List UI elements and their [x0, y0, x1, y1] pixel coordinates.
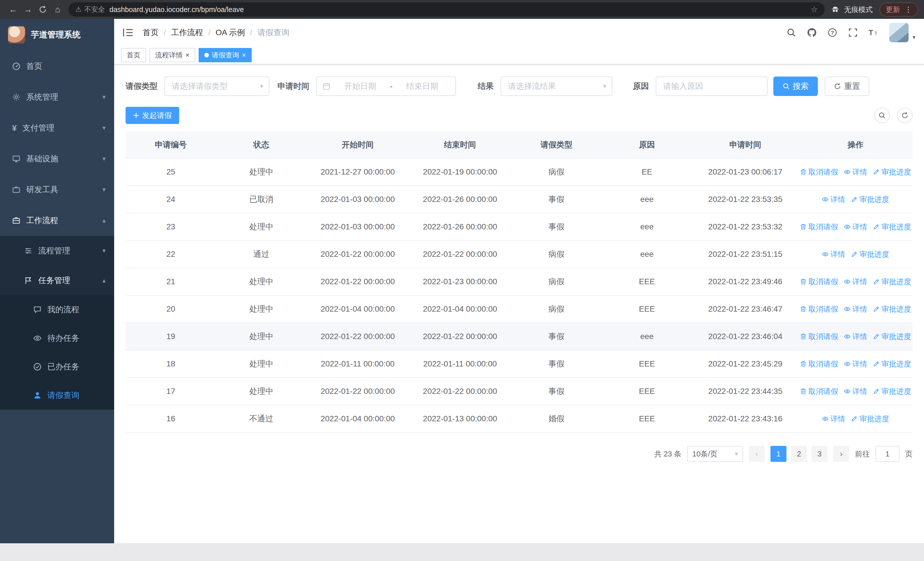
detail-link[interactable]: 详情 — [822, 194, 845, 205]
sidebar-toggle-icon[interactable] — [123, 27, 134, 38]
cell-reason: eee — [602, 186, 692, 213]
detail-link[interactable]: 详情 — [844, 387, 867, 397]
detail-link[interactable]: 详情 — [822, 250, 845, 259]
github-icon[interactable] — [807, 28, 817, 38]
sidebar-item-leave-query[interactable]: 请假查询 — [0, 381, 114, 410]
toggle-search-icon[interactable] — [874, 108, 890, 123]
tab-process-detail[interactable]: 流程详情× — [150, 48, 195, 62]
cancel-leave-link[interactable]: 取消请假 — [800, 222, 838, 232]
table-row: 16不通过2022-01-04 00:00:002022-01-13 00:00… — [126, 405, 913, 432]
cell-apply-time: 2022-01-22 23:51:15 — [692, 241, 798, 268]
page-button-1[interactable]: 1 — [771, 446, 786, 462]
refresh-table-icon[interactable] — [897, 108, 913, 123]
cancel-leave-link[interactable]: 取消请假 — [800, 304, 838, 314]
progress-link[interactable]: 审批进度 — [851, 194, 889, 205]
breadcrumb-item[interactable]: 工作流程 — [171, 27, 203, 38]
avatar-caret-icon[interactable]: ▾ — [913, 34, 915, 41]
column-header: 状态 — [216, 131, 306, 158]
browser-home-icon[interactable]: ⌂ — [50, 2, 65, 17]
detail-link[interactable]: 详情 — [844, 359, 867, 369]
trash-icon — [800, 223, 807, 230]
breadcrumb-item[interactable]: 首页 — [142, 27, 159, 38]
progress-link[interactable]: 审批进度 — [851, 414, 889, 424]
bookmark-star-icon[interactable]: ☆ — [811, 5, 818, 14]
apply-time-range-picker[interactable]: 开始日期 - 结束日期 — [316, 77, 456, 96]
cancel-leave-link[interactable]: 取消请假 — [800, 332, 838, 341]
update-button[interactable]: 更新 ⋮ — [879, 3, 918, 17]
forward-icon[interactable]: → — [21, 2, 35, 17]
next-page-button[interactable]: › — [833, 446, 849, 462]
sidebar-item-done-tasks[interactable]: 已办任务 — [0, 352, 114, 381]
cell-leave-type: 事假 — [511, 213, 602, 241]
cell-actions: 详情审批进度 — [798, 405, 913, 432]
page-size-select[interactable]: 10条/页 ▾ — [687, 446, 743, 462]
detail-link[interactable]: 详情 — [844, 332, 867, 341]
cancel-leave-link[interactable]: 取消请假 — [800, 167, 838, 177]
cancel-leave-link[interactable]: 取消请假 — [800, 387, 838, 397]
progress-link[interactable]: 审批进度 — [873, 359, 911, 369]
sidebar-item-workflow[interactable]: 工作流程▴ — [0, 205, 114, 236]
sidebar-item-task-mgmt[interactable]: 任务管理▴ — [0, 266, 114, 295]
page-button-3[interactable]: 3 — [812, 446, 828, 462]
detail-label: 详情 — [852, 167, 867, 177]
breadcrumb-item[interactable]: OA 示例 — [216, 27, 245, 38]
app-logo[interactable]: 芋道管理系统 — [0, 19, 114, 51]
user-avatar[interactable] — [889, 23, 909, 42]
sidebar-item-system[interactable]: 系统管理▾ — [0, 82, 114, 113]
create-leave-button[interactable]: 发起请假 — [126, 107, 179, 124]
progress-link[interactable]: 审批进度 — [873, 387, 911, 397]
page-button-2[interactable]: 2 — [791, 446, 807, 462]
sidebar-item-my-processes[interactable]: 我的流程 — [0, 295, 114, 324]
eye-icon — [844, 223, 850, 230]
sidebar-item-home[interactable]: 首页 — [0, 51, 114, 82]
progress-link[interactable]: 审批进度 — [873, 277, 911, 287]
fullscreen-icon[interactable] — [848, 28, 858, 38]
tab-leave-query[interactable]: 请假查询× — [199, 48, 252, 62]
progress-link[interactable]: 审批进度 — [873, 222, 911, 232]
security-warning[interactable]: ⚠ 不安全 — [75, 5, 105, 14]
sidebar-item-devtools[interactable]: 研发工具▾ — [0, 174, 114, 205]
search-icon[interactable] — [786, 28, 796, 38]
pen-icon — [873, 333, 880, 340]
cell-status: 处理中 — [216, 323, 306, 350]
font-size-icon[interactable]: TT — [868, 28, 878, 38]
search-button[interactable]: 搜索 — [773, 77, 818, 96]
eye-icon — [33, 334, 42, 343]
progress-link[interactable]: 审批进度 — [873, 332, 911, 341]
detail-link[interactable]: 详情 — [822, 414, 845, 424]
cancel-leave-link[interactable]: 取消请假 — [800, 277, 838, 287]
detail-link[interactable]: 详情 — [844, 222, 867, 232]
address-bar[interactable]: ⚠ 不安全 dashboard.yudao.iocoder.cn/bpm/oa/… — [69, 2, 825, 17]
reset-button[interactable]: 重置 — [825, 77, 869, 96]
result-select[interactable]: 请选择流结果 ▾ — [501, 77, 612, 96]
column-header: 申请时间 — [692, 131, 798, 158]
goto-page-input[interactable] — [876, 446, 900, 462]
progress-link[interactable]: 审批进度 — [851, 250, 889, 259]
progress-link[interactable]: 审批进度 — [873, 167, 911, 177]
detail-link[interactable]: 详情 — [844, 304, 867, 314]
detail-link[interactable]: 详情 — [844, 277, 867, 287]
prev-page-button[interactable]: ‹ — [749, 446, 765, 462]
back-icon[interactable]: ← — [6, 2, 21, 17]
cell-status: 已取消 — [216, 186, 306, 213]
cancel-leave-label: 取消请假 — [808, 167, 838, 177]
detail-link[interactable]: 详情 — [844, 167, 867, 177]
leave-type-select[interactable]: 请选择请假类型 ▾ — [164, 77, 269, 96]
progress-link[interactable]: 审批进度 — [873, 304, 911, 314]
menu-item-label: 请假查询 — [47, 390, 106, 401]
sidebar-item-todo-tasks[interactable]: 待办任务 — [0, 324, 114, 352]
close-icon[interactable]: × — [242, 52, 246, 59]
reload-icon[interactable] — [35, 2, 50, 17]
browser-menu-icon[interactable]: ⋮ — [904, 5, 912, 14]
close-icon[interactable]: × — [186, 52, 189, 59]
help-icon[interactable]: ? — [828, 28, 837, 38]
sidebar-item-payment[interactable]: ¥支付管理▾ — [0, 113, 114, 143]
sidebar-item-infrastructure[interactable]: 基础设施▾ — [0, 143, 114, 174]
menu-item-label: 我的流程 — [47, 304, 106, 315]
tab-home[interactable]: 首页 — [121, 48, 146, 62]
reason-input[interactable] — [663, 82, 760, 91]
cell-status: 处理中 — [216, 378, 306, 405]
sidebar-item-process-mgmt[interactable]: 流程管理▾ — [0, 236, 114, 266]
table-header-row: 申请编号状态开始时间结束时间请假类型原因申请时间操作 — [126, 131, 913, 158]
cancel-leave-link[interactable]: 取消请假 — [800, 359, 838, 369]
